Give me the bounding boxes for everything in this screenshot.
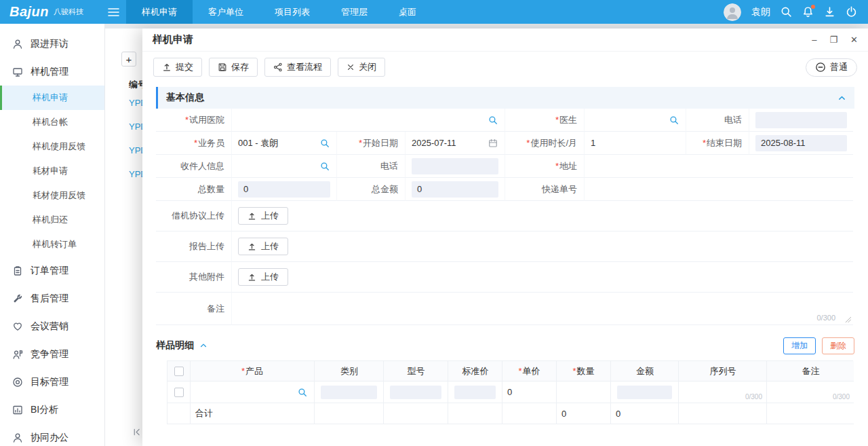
- resize-handle-icon[interactable]: [845, 316, 851, 322]
- label-end-date: *结束日期: [686, 132, 749, 155]
- bell-icon[interactable]: [802, 6, 814, 18]
- sidebar-subitem-sample-return[interactable]: 样机归还: [0, 208, 104, 232]
- add-record-button[interactable]: +: [121, 52, 136, 67]
- maximize-icon[interactable]: ❐: [829, 35, 837, 44]
- logo-subtext: 八骏科技: [54, 7, 83, 16]
- sidebar-item-label: 会议营销: [31, 320, 68, 333]
- total-row-cell: [502, 403, 557, 424]
- minimize-icon[interactable]: –: [812, 35, 816, 44]
- upload-button[interactable]: 上传: [238, 238, 288, 255]
- doctor-field[interactable]: [585, 109, 686, 132]
- sidebar-item-aftersales-management[interactable]: 售后管理: [0, 284, 104, 312]
- agreement-upload-field: 上传: [232, 201, 853, 231]
- close-icon: [347, 63, 355, 71]
- sidebar-item-collaboration[interactable]: 协同办公: [0, 424, 104, 446]
- nav-tab-customer-units[interactable]: 客户单位: [193, 0, 259, 24]
- sidebar-item-follow-visits[interactable]: 跟进拜访: [0, 30, 104, 58]
- search-icon[interactable]: [781, 6, 792, 18]
- row-checkbox[interactable]: [174, 388, 184, 397]
- sidebar-subitem-sample-ledger[interactable]: 样机台帐: [0, 110, 104, 134]
- label-phone: 电话: [686, 109, 749, 132]
- char-counter: 0/300: [816, 314, 835, 322]
- first-page-icon[interactable]: [132, 428, 141, 436]
- sidebar-item-conference-marketing[interactable]: 会议营销: [0, 312, 104, 340]
- upload-button[interactable]: 上传: [238, 268, 288, 286]
- label-recipient: 收件人信息: [156, 155, 232, 178]
- trial-hospital-field[interactable]: [232, 109, 505, 132]
- search-icon[interactable]: [488, 115, 498, 125]
- search-icon[interactable]: [298, 388, 307, 397]
- menu-toggle-icon[interactable]: [102, 7, 125, 17]
- search-icon[interactable]: [320, 138, 330, 148]
- add-row-button[interactable]: 增加: [783, 337, 816, 354]
- avatar[interactable]: [724, 3, 741, 21]
- remark-textarea[interactable]: 0/300: [232, 293, 853, 325]
- category-cell: [315, 382, 384, 403]
- quantity-cell[interactable]: [557, 382, 611, 403]
- close-icon[interactable]: ✕: [850, 35, 858, 44]
- sidebar-subitem-consumable-request[interactable]: 耗材申请: [0, 159, 104, 183]
- delete-row-button[interactable]: 删除: [822, 337, 854, 354]
- label-address: *地址: [505, 155, 585, 178]
- view-flow-button[interactable]: 查看流程: [264, 58, 331, 77]
- col-header-serial: 序列号: [679, 361, 767, 382]
- list-price-readonly-input: [454, 386, 496, 399]
- col-header-remark: 备注: [767, 361, 854, 382]
- sidebar-item-label: BI分析: [31, 404, 58, 416]
- save-button[interactable]: 保存: [209, 58, 258, 77]
- col-header-amount: 金额: [611, 361, 679, 382]
- tracking-no-field[interactable]: [585, 178, 853, 201]
- search-icon[interactable]: [669, 115, 679, 125]
- nav-tab-management[interactable]: 管理层: [326, 0, 383, 24]
- power-icon[interactable]: [846, 6, 857, 18]
- app-logo: Bajun 八骏科技: [0, 4, 102, 20]
- col-header-quantity: *数量: [557, 361, 611, 382]
- collapse-chevron-icon[interactable]: [837, 94, 846, 103]
- start-date-field[interactable]: 2025-07-11: [406, 132, 505, 155]
- unit-price-cell[interactable]: 0: [502, 382, 557, 403]
- serial-cell[interactable]: 0/300: [679, 382, 767, 403]
- topbar: Bajun 八骏科技 样机申请 客户单位 项目列表 管理层 桌面 袁朗: [0, 0, 868, 24]
- calendar-icon[interactable]: [488, 138, 498, 148]
- total-row-cell: [384, 403, 448, 424]
- nav-tab-project-list[interactable]: 项目列表: [259, 0, 326, 24]
- sidebar-subitem-sample-request[interactable]: 样机申请: [0, 86, 104, 110]
- salesman-field[interactable]: 001 - 袁朗: [232, 132, 337, 155]
- address-field[interactable]: [585, 155, 853, 178]
- priority-button[interactable]: 普通: [806, 58, 857, 77]
- sidebar-subitem-consumable-feedback[interactable]: 耗材使用反馈: [0, 183, 104, 208]
- notification-dot: [811, 5, 815, 9]
- wrench-icon: [12, 293, 23, 304]
- product-table: *产品 类别 型号 标准价 *单价 *数量 金额 序列号 备注 0 0/300 …: [167, 360, 853, 424]
- model-readonly-input: [390, 386, 441, 399]
- sidebar-item-goal-management[interactable]: 目标管理: [0, 368, 104, 396]
- download-icon[interactable]: [824, 6, 835, 18]
- username: 袁朗: [751, 6, 770, 18]
- upload-button[interactable]: 上传: [238, 207, 288, 225]
- nav-tab-sample-request[interactable]: 样机申请: [126, 0, 193, 24]
- share-icon: [273, 62, 283, 72]
- remark-cell[interactable]: 0/300: [767, 382, 854, 403]
- top-nav: 样机申请 客户单位 项目列表 管理层 桌面: [126, 0, 432, 24]
- phone-readonly-input: [755, 112, 847, 128]
- duration-field[interactable]: 1: [585, 132, 686, 155]
- search-icon[interactable]: [320, 162, 330, 171]
- sidebar-item-competition-management[interactable]: 竞争管理: [0, 340, 104, 368]
- product-cell[interactable]: [191, 382, 315, 403]
- sidebar-item-sample-management[interactable]: 样机管理: [0, 58, 104, 86]
- submit-button[interactable]: 提交: [153, 58, 202, 77]
- total-row-cell: [167, 403, 191, 424]
- sidebar-item-label: 竞争管理: [31, 348, 68, 360]
- sidebar-item-bi-analysis[interactable]: BI分析: [0, 396, 104, 424]
- close-button[interactable]: 关闭: [338, 58, 385, 77]
- select-all-checkbox[interactable]: [174, 367, 184, 376]
- row-select-cell: [167, 382, 191, 403]
- total-label-cell: 合计: [191, 403, 315, 424]
- sidebar-item-order-management[interactable]: 订单管理: [0, 257, 104, 284]
- recipient-field[interactable]: [232, 155, 337, 178]
- nav-tab-desktop[interactable]: 桌面: [383, 0, 432, 24]
- sidebar-subitem-usage-feedback[interactable]: 样机使用反馈: [0, 134, 104, 159]
- total-qty-field: 0: [232, 178, 337, 201]
- sidebar-subitem-sample-to-order[interactable]: 样机转订单: [0, 232, 104, 257]
- collapse-chevron-icon[interactable]: [199, 341, 208, 350]
